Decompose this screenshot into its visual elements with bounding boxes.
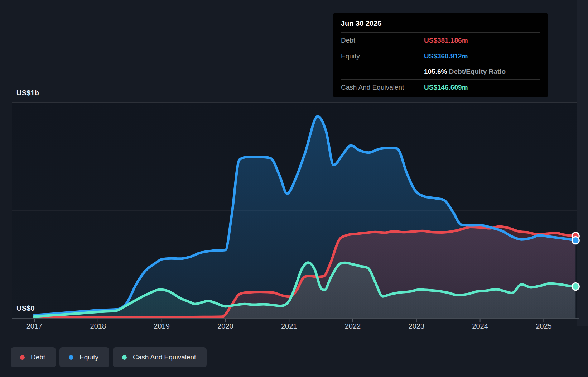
legend-item-equity[interactable]: Equity (59, 347, 109, 367)
tooltip-cash-value: US$146.609m (424, 83, 468, 91)
tooltip: Jun 30 2025 Debt US$381.186m Equity US$3… (333, 13, 548, 97)
tooltip-debt-label: Debt (341, 37, 424, 44)
x-axis-label: 2021 (281, 322, 297, 330)
x-axis-label: 2020 (217, 322, 233, 330)
plot-right-margin-band (577, 0, 588, 326)
tooltip-debt-value: US$381.186m (424, 37, 468, 44)
cash-series-dot-icon (122, 355, 127, 360)
x-axis-label: 2019 (154, 322, 170, 330)
equity-series-dot-icon (69, 355, 73, 360)
legend-equity-label: Equity (79, 353, 98, 361)
legend-item-cash[interactable]: Cash And Equivalent (113, 347, 207, 367)
x-axis: 201720182019202020212022202320242025 (12, 318, 579, 330)
tooltip-row-cash: Cash And Equivalent US$146.609m (341, 80, 540, 95)
x-axis-label: 2023 (409, 322, 425, 330)
tooltip-cash-label: Cash And Equivalent (341, 83, 424, 91)
x-axis-label: 2022 (345, 322, 361, 330)
tooltip-equity-value: US$360.912m (424, 52, 468, 60)
tooltip-date: Jun 30 2025 (341, 17, 540, 33)
legend-cash-label: Cash And Equivalent (133, 353, 196, 361)
y-axis-label-0: US$0 (16, 304, 35, 312)
x-axis-label: 2025 (536, 322, 552, 330)
x-axis-label: 2018 (90, 322, 106, 330)
legend: Debt Equity Cash And Equivalent (11, 347, 207, 367)
debt-series-dot-icon (20, 355, 25, 360)
x-axis-label: 2017 (26, 322, 43, 330)
tooltip-ratio-value: 105.6% Debt/Equity Ratio (424, 68, 506, 76)
tooltip-ratio-percent: 105.6% (424, 68, 447, 75)
tooltip-row-ratio: 105.6% Debt/Equity Ratio (341, 64, 540, 80)
debt-equity-history-chart: 201720182019202020212022202320242025 US$… (0, 0, 588, 377)
legend-item-debt[interactable]: Debt (11, 347, 56, 367)
tooltip-equity-label: Equity (341, 52, 424, 60)
legend-debt-label: Debt (31, 353, 45, 361)
plot-hover-area[interactable] (12, 102, 577, 318)
tooltip-row-equity: Equity US$360.912m (341, 48, 540, 64)
tooltip-row-debt: Debt US$381.186m (341, 33, 540, 48)
y-axis-label-1b: US$1b (16, 89, 39, 97)
x-axis-label: 2024 (472, 322, 488, 330)
tooltip-ratio-label: Debt/Equity Ratio (447, 68, 506, 75)
